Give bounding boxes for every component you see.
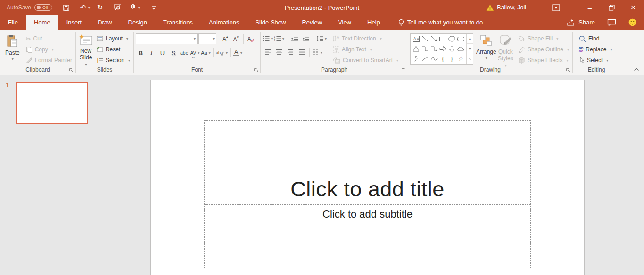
shape-oval[interactable] — [448, 36, 455, 42]
shape-textbox[interactable]: A — [413, 36, 420, 42]
font-size-combobox[interactable]: ▾ — [198, 33, 216, 44]
change-case-button[interactable]: Aa — [201, 48, 211, 58]
tab-draw[interactable]: Draw — [90, 15, 120, 30]
bold-button[interactable]: B — [136, 48, 146, 58]
layout-button[interactable]: Layout — [95, 33, 132, 44]
shape-gallery-scroll-up[interactable]: ▲ — [467, 34, 473, 44]
subtitle-placeholder[interactable]: Click to add subtitle — [204, 206, 531, 268]
font-name-combobox[interactable]: ▾ — [136, 33, 198, 44]
tab-design[interactable]: Design — [120, 15, 155, 30]
shape-right-brace[interactable]: } — [451, 55, 453, 62]
italic-button[interactable]: I — [147, 48, 157, 58]
tab-file[interactable]: File — [0, 15, 26, 30]
shape-elbow-connector[interactable] — [421, 46, 429, 52]
section-button[interactable]: Section — [95, 55, 132, 65]
quick-styles-button[interactable]: QuickStyles ▾ — [496, 33, 515, 69]
shape-rectangle[interactable] — [439, 36, 446, 42]
new-slide-button[interactable]: NewSlide ▾ — [78, 33, 94, 68]
clear-formatting-button[interactable]: A — [246, 34, 256, 44]
redo-button[interactable]: ↻ — [94, 1, 106, 14]
shape-fill-button[interactable]: Shape Fill — [517, 33, 570, 44]
shape-outline-button[interactable]: Shape Outline — [517, 44, 570, 55]
font-dialog-launcher[interactable] — [253, 67, 259, 73]
shape-right-arrow[interactable] — [439, 46, 446, 52]
shape-rounded-rectangle[interactable] — [457, 36, 464, 42]
undo-dropdown[interactable]: ▾ — [88, 6, 93, 10]
text-direction-button[interactable]: A Text Direction — [331, 33, 400, 44]
increase-indent-button[interactable] — [301, 33, 311, 44]
align-center-button[interactable] — [274, 47, 284, 57]
share-button[interactable]: Share — [567, 19, 595, 26]
strikethrough-button[interactable]: abc — [179, 48, 189, 58]
slide-editor[interactable]: Click to add title Click to add subtitle — [98, 75, 644, 275]
paragraph-dialog-launcher[interactable] — [400, 67, 406, 73]
tab-view[interactable]: View — [330, 15, 359, 30]
comments-button[interactable] — [607, 19, 616, 26]
copy-button[interactable]: Copy — [25, 44, 74, 55]
autosave-control[interactable]: AutoSave Off — [7, 4, 52, 11]
highlight-color-button[interactable]: ab — [216, 48, 228, 58]
bullets-button[interactable] — [263, 33, 273, 44]
tab-animations[interactable]: Animations — [201, 15, 247, 30]
customize-qat-button[interactable] — [148, 1, 160, 14]
minimize-button[interactable]: – — [579, 0, 601, 15]
tab-slide-show[interactable]: Slide Show — [247, 15, 294, 30]
numbering-button[interactable]: 123 — [274, 33, 284, 44]
shape-triangle[interactable] — [413, 46, 420, 52]
autosave-toggle[interactable]: Off — [34, 4, 52, 11]
paste-button[interactable]: Paste ▾ — [2, 33, 23, 65]
align-text-button[interactable]: Align Text — [331, 44, 400, 55]
touch-mouse-mode-button[interactable] — [127, 1, 139, 14]
account-area[interactable]: Ballew, Joli — [486, 4, 526, 11]
decrease-indent-button[interactable] — [289, 33, 300, 44]
close-button[interactable]: × — [622, 0, 644, 15]
tab-home[interactable]: Home — [26, 15, 58, 30]
slide-canvas[interactable]: Click to add title Click to add subtitle — [150, 80, 585, 275]
drawing-dialog-launcher[interactable] — [565, 67, 571, 73]
shape-gallery-more-button[interactable] — [467, 54, 473, 64]
ribbon-display-options-button[interactable] — [545, 0, 567, 15]
reset-button[interactable]: Reset — [95, 44, 132, 55]
shape-effects-button[interactable]: Shape Effects — [517, 55, 570, 65]
start-from-beginning-button[interactable] — [111, 1, 123, 14]
replace-button[interactable]: ab ac Replace — [578, 44, 613, 55]
clipboard-dialog-launcher[interactable] — [68, 67, 74, 73]
touch-mode-dropdown[interactable]: ▾ — [138, 6, 143, 10]
character-spacing-button[interactable]: AV ↔ — [190, 48, 200, 58]
undo-button[interactable]: ↶ — [77, 1, 89, 14]
justify-button[interactable] — [297, 47, 307, 57]
columns-button[interactable] — [312, 47, 322, 57]
font-color-button[interactable]: A — [233, 48, 243, 58]
line-spacing-button[interactable] — [316, 33, 327, 44]
select-button[interactable]: Select — [578, 55, 613, 65]
shape-curve[interactable] — [430, 56, 438, 62]
align-left-button[interactable] — [263, 47, 273, 57]
shape-left-brace[interactable]: { — [442, 55, 444, 62]
underline-button[interactable]: U — [157, 48, 167, 58]
tab-transitions[interactable]: Transitions — [155, 15, 201, 30]
align-right-button[interactable] — [285, 47, 296, 57]
feedback-smiley-button[interactable] — [628, 18, 636, 26]
title-placeholder[interactable]: Click to add title — [204, 120, 531, 205]
format-painter-button[interactable]: Format Painter — [25, 55, 74, 65]
arrange-button[interactable]: Arrange ▾ — [476, 33, 496, 65]
shape-star[interactable]: ☆ — [458, 55, 464, 62]
shape-cloud[interactable] — [457, 46, 464, 52]
text-shadow-button[interactable]: S — [168, 48, 178, 58]
shape-down-arrow[interactable] — [449, 46, 455, 52]
slide-thumbnail-1[interactable] — [16, 82, 88, 124]
increase-font-size-button[interactable]: A▴ — [220, 34, 230, 44]
tab-help[interactable]: Help — [359, 15, 388, 30]
decrease-font-size-button[interactable]: A▾ — [231, 34, 241, 44]
convert-to-smartart-button[interactable]: Convert to SmartArt — [331, 55, 400, 65]
cut-button[interactable]: ✂ Cut — [25, 33, 74, 44]
shape-line[interactable] — [422, 36, 429, 42]
restore-button[interactable] — [601, 0, 622, 15]
tab-review[interactable]: Review — [294, 15, 330, 30]
shape-arc[interactable] — [422, 56, 429, 62]
collapse-ribbon-button[interactable] — [633, 66, 639, 72]
shape-freeform[interactable] — [413, 56, 419, 62]
find-button[interactable]: Find — [578, 33, 613, 44]
tell-me-search[interactable]: Tell me what you want to do — [398, 15, 483, 30]
tab-insert[interactable]: Insert — [58, 15, 90, 30]
